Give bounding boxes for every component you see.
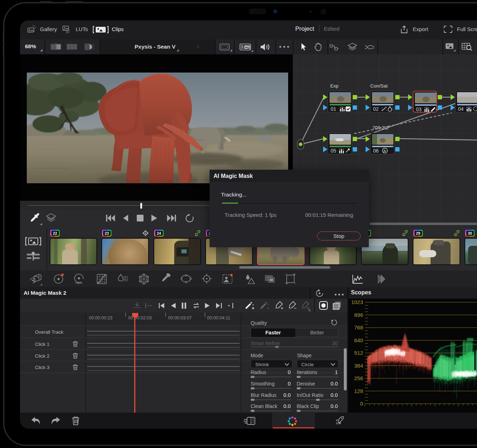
svg-text:HDR: HDR <box>75 281 82 285</box>
svg-text:+: + <box>281 305 283 310</box>
svg-text:896: 896 <box>354 312 363 318</box>
svg-text:1023: 1023 <box>351 299 363 305</box>
svg-text:384: 384 <box>354 363 363 369</box>
svg-text:512: 512 <box>354 350 363 356</box>
svg-text:−: − <box>294 305 297 310</box>
svg-text:−: − <box>267 305 269 310</box>
svg-text:256: 256 <box>354 375 363 381</box>
svg-text:128: 128 <box>354 388 363 394</box>
svg-text:0: 0 <box>360 400 363 407</box>
svg-text:+: + <box>252 305 254 310</box>
svg-text:fx: fx <box>383 149 386 153</box>
svg-text:640: 640 <box>354 337 363 343</box>
svg-text:768: 768 <box>354 324 363 330</box>
svg-text:HQ: HQ <box>245 46 249 49</box>
